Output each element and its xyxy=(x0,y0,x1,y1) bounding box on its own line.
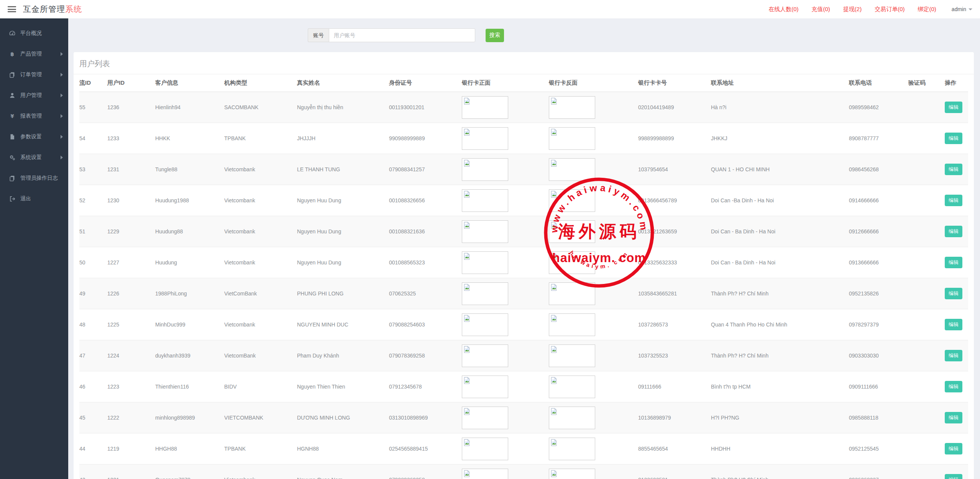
edit-button[interactable]: 编辑 xyxy=(945,288,962,299)
sidebar-item-system-settings[interactable]: 系统设置 xyxy=(0,147,68,168)
edit-button[interactable]: 编辑 xyxy=(945,226,962,237)
bank-card-front-image xyxy=(462,220,508,243)
bank-card-front-image xyxy=(462,282,508,305)
broken-image-icon xyxy=(550,159,558,167)
search-bar: 账号 搜索 xyxy=(68,18,980,52)
cell-action: 编辑 xyxy=(945,371,968,402)
cell-org-type: Vietcombank xyxy=(224,154,297,185)
cell-org-type: SACOMBANK xyxy=(224,92,297,123)
cell-card-number: 09111666 xyxy=(638,371,711,402)
admin-dropdown[interactable]: admin xyxy=(952,6,972,12)
cell-card-front xyxy=(462,309,549,340)
link-online-users[interactable]: 在线人数(0) xyxy=(768,6,798,13)
sidebar-item-logout[interactable]: 退出 xyxy=(0,189,68,209)
cell-id-number: 001088321636 xyxy=(389,216,462,247)
cell-address: QUAN 1 - HO CHI MINH xyxy=(711,154,849,185)
cell-address: Hà n?i xyxy=(711,92,849,123)
edit-button[interactable]: 编辑 xyxy=(945,474,962,479)
broken-image-icon xyxy=(550,439,558,446)
cell-phone: 0989598462 xyxy=(849,92,908,123)
link-recharge[interactable]: 充值(0) xyxy=(811,6,830,13)
edit-button[interactable]: 编辑 xyxy=(945,319,962,330)
sidebar-item-platform-overview[interactable]: 平台概况 xyxy=(0,23,68,44)
edit-button[interactable]: 编辑 xyxy=(945,381,962,392)
cell-real-name: PHUNG PHI LONG xyxy=(297,278,389,309)
cell-customer-info: Tungle88 xyxy=(155,154,224,185)
table-row: 461223Thienthien116BIDVNguyen Thien Thie… xyxy=(79,371,968,402)
cell-org-type: VietComBank xyxy=(224,278,297,309)
broken-image-icon xyxy=(463,439,471,446)
sidebar-item-order-management[interactable]: 订单管理 xyxy=(0,64,68,85)
col-address: 联系地址 xyxy=(711,74,849,92)
hamburger-menu-icon[interactable] xyxy=(8,6,16,12)
col-card-front: 银行卡正面 xyxy=(462,74,549,92)
bank-card-front-image xyxy=(462,376,508,398)
link-withdraw[interactable]: 提现(2) xyxy=(843,6,862,13)
cell-card-back xyxy=(549,92,638,123)
broken-image-icon xyxy=(463,190,471,198)
cell-captcha xyxy=(908,433,945,464)
cell-org-type: Vietcombank xyxy=(224,464,297,479)
submenu-arrow-icon xyxy=(61,114,63,118)
edit-button[interactable]: 编辑 xyxy=(945,350,962,361)
sidebar-item-parameter-settings[interactable]: 参数设置 xyxy=(0,126,68,147)
submenu-arrow-icon xyxy=(61,94,63,97)
bank-card-back-image xyxy=(549,251,595,274)
cell-captcha xyxy=(908,123,945,154)
edit-button[interactable]: 编辑 xyxy=(945,133,962,144)
top-header: 互金所管理系统 在线人数(0) 充值(0) 提现(2) 交易订单(0) 绑定(0… xyxy=(0,0,980,18)
sidebar-item-label: 参数设置 xyxy=(20,133,42,140)
cell-card-front xyxy=(462,247,549,278)
cell-action: 编辑 xyxy=(945,309,968,340)
broken-image-icon xyxy=(550,284,558,291)
cell-card-back xyxy=(549,154,638,185)
bank-card-front-image xyxy=(462,96,508,119)
link-trade-orders[interactable]: 交易订单(0) xyxy=(875,6,904,13)
sidebar-item-report-management[interactable]: ¥ 报表管理 xyxy=(0,106,68,126)
cell-real-name: Pham Duy Khánh xyxy=(297,340,389,371)
edit-button[interactable]: 编辑 xyxy=(945,412,962,423)
cell-real-name: DƯƠNG MINH LONG xyxy=(297,402,389,433)
edit-button[interactable]: 编辑 xyxy=(945,443,962,454)
broken-image-icon xyxy=(463,128,471,136)
cell-address: Thành Ph? H? Chí Minh xyxy=(711,464,849,479)
bank-card-front-image xyxy=(462,127,508,150)
cell-id-number: 001193001201 xyxy=(389,92,462,123)
broken-image-icon xyxy=(463,470,471,477)
cell-card-back xyxy=(549,433,638,464)
cell-flow-id: 55 xyxy=(79,92,107,123)
search-input[interactable] xyxy=(329,28,475,42)
table-row: 431221Quocnam7878VietcombankNguyen Quoc … xyxy=(79,464,968,479)
cell-card-front xyxy=(462,185,549,216)
link-binding[interactable]: 绑定(0) xyxy=(918,6,936,13)
cell-phone: 0986456268 xyxy=(849,154,908,185)
cell-card-back xyxy=(549,185,638,216)
cell-real-name: Nguyen Quoc Nam xyxy=(297,464,389,479)
sidebar-item-user-management[interactable]: 用户管理 xyxy=(0,85,68,106)
broken-image-icon xyxy=(550,221,558,229)
cell-card-front xyxy=(462,464,549,479)
cell-org-type: TPBANK xyxy=(224,123,297,154)
cell-card-front xyxy=(462,92,549,123)
edit-button[interactable]: 编辑 xyxy=(945,164,962,175)
search-button[interactable]: 搜索 xyxy=(486,29,504,42)
cell-id-number: 079088254603 xyxy=(389,309,462,340)
cell-customer-info: Thienthien116 xyxy=(155,371,224,402)
app-title-accent: 系统 xyxy=(65,5,82,13)
bank-card-back-image xyxy=(549,469,595,479)
bank-card-back-image xyxy=(549,127,595,150)
table-row: 511229Huudung88VietcombankNguyen Huu Dun… xyxy=(79,216,968,247)
sign-out-icon xyxy=(8,195,16,203)
edit-button[interactable]: 编辑 xyxy=(945,257,962,268)
edit-button[interactable]: 编辑 xyxy=(945,102,962,113)
sidebar-item-admin-log[interactable]: 管理员操作日志 xyxy=(0,168,68,189)
broken-image-icon xyxy=(463,377,471,384)
broken-image-icon xyxy=(550,377,558,384)
broken-image-icon xyxy=(463,253,471,260)
sidebar-item-product-management[interactable]: ฿ 产品管理 xyxy=(0,44,68,64)
edit-button[interactable]: 编辑 xyxy=(945,195,962,206)
main-content: 账号 搜索 用户列表 流ID 用户ID 客户信息 机构类型 真实姓名 身份证号 … xyxy=(68,18,980,479)
cell-card-back xyxy=(549,340,638,371)
cell-card-back xyxy=(549,247,638,278)
cell-address: Bình t?n tp HCM xyxy=(711,371,849,402)
